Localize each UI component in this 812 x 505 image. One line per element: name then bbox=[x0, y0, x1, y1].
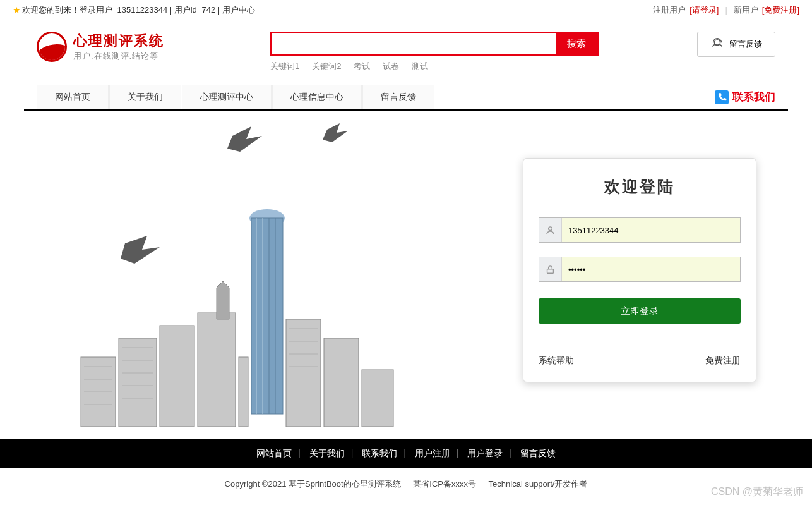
headset-icon bbox=[710, 37, 724, 51]
welcome-text[interactable]: 欢迎您的到来！登录用户=13511223344 | 用户id=742 | 用户中… bbox=[22, 0, 255, 20]
footer-link-login[interactable]: 用户登录 bbox=[467, 448, 503, 458]
footer-link-contact[interactable]: 联系我们 bbox=[362, 448, 397, 458]
keyword-link[interactable]: 试卷 bbox=[383, 61, 399, 72]
svg-marker-16 bbox=[217, 281, 229, 319]
copyright: Copyright ©2021 基于SprintBoot的心里测评系统 某省IC… bbox=[0, 468, 812, 502]
svg-rect-11 bbox=[198, 313, 236, 427]
free-register-link[interactable]: 免费注册 bbox=[705, 355, 741, 367]
nav-info[interactable]: 心理信息中心 bbox=[272, 85, 362, 109]
icp-text: 某省ICP备xxxx号 bbox=[413, 479, 476, 489]
keywords-row: 关键词1 关键词2 考试 试卷 测试 bbox=[270, 61, 599, 72]
keyword-link[interactable]: 关键词1 bbox=[270, 61, 299, 72]
footer-link-home[interactable]: 网站首页 bbox=[256, 448, 292, 458]
username-input[interactable] bbox=[562, 218, 740, 242]
keyword-link[interactable]: 考试 bbox=[354, 61, 370, 72]
phone-icon bbox=[715, 90, 729, 104]
system-help-link[interactable]: 系统帮助 bbox=[539, 355, 574, 367]
keyword-link[interactable]: 关键词2 bbox=[312, 61, 341, 72]
logo-block[interactable]: 心理测评系统 用户.在线测评.结论等 bbox=[37, 32, 270, 62]
new-user-label: 新用户 bbox=[734, 0, 758, 20]
logo-subtitle: 用户.在线测评.结论等 bbox=[73, 51, 164, 62]
svg-rect-10 bbox=[160, 326, 194, 427]
hero-section: 欢迎登陆 立即登录 系统帮助 免费注册 bbox=[24, 111, 788, 439]
keyword-link[interactable]: 测试 bbox=[412, 61, 428, 72]
search-button[interactable]: 搜索 bbox=[556, 33, 597, 54]
topbar: ★ 欢迎您的到来！登录用户=13511223344 | 用户id=742 | 用… bbox=[0, 0, 812, 20]
search-block: 搜索 关键词1 关键词2 考试 试卷 测试 bbox=[270, 32, 599, 72]
search-input[interactable] bbox=[272, 33, 556, 54]
login-link[interactable]: [请登录] bbox=[690, 0, 719, 20]
lock-icon bbox=[539, 257, 562, 281]
username-group bbox=[539, 217, 741, 243]
login-submit-button[interactable]: 立即登录 bbox=[539, 298, 741, 324]
footer-link-about[interactable]: 关于我们 bbox=[309, 448, 345, 458]
tech-support-text: Technical support/开发作者 bbox=[489, 479, 588, 489]
footer-link-feedback[interactable]: 留言反馈 bbox=[520, 448, 556, 458]
register-link[interactable]: [免费注册] bbox=[762, 0, 799, 20]
svg-point-30 bbox=[549, 226, 552, 230]
user-icon bbox=[539, 218, 562, 242]
footer-link-register[interactable]: 用户注册 bbox=[415, 448, 450, 458]
nav-home[interactable]: 网站首页 bbox=[37, 85, 109, 109]
contact-label: 联系我们 bbox=[732, 90, 775, 104]
svg-rect-15 bbox=[362, 370, 393, 427]
login-links: 系统帮助 免费注册 bbox=[539, 355, 741, 367]
password-group bbox=[539, 257, 741, 282]
svg-rect-31 bbox=[547, 269, 554, 272]
logo-icon bbox=[37, 32, 67, 62]
registered-label: 注册用户 bbox=[653, 0, 686, 20]
feedback-label: 留言反馈 bbox=[729, 39, 762, 50]
topbar-divider: | bbox=[725, 0, 727, 20]
svg-rect-13 bbox=[286, 319, 321, 427]
login-title: 欢迎登陆 bbox=[539, 176, 741, 197]
nav-feedback[interactable]: 留言反馈 bbox=[362, 85, 434, 109]
city-illustration bbox=[49, 117, 415, 430]
topbar-left: ★ 欢迎您的到来！登录用户=13511223344 | 用户id=742 | 用… bbox=[13, 0, 255, 20]
logo-title: 心理测评系统 bbox=[73, 32, 164, 51]
svg-rect-14 bbox=[324, 338, 359, 427]
copyright-text: Copyright ©2021 基于SprintBoot的心里测评系统 bbox=[225, 479, 401, 489]
contact-us-link[interactable]: 联系我们 bbox=[715, 90, 775, 104]
header: 心理测评系统 用户.在线测评.结论等 搜索 关键词1 关键词2 考试 试卷 测试… bbox=[24, 20, 788, 72]
svg-rect-9 bbox=[119, 338, 157, 427]
navbar: 网站首页 关于我们 心理测评中心 心理信息中心 留言反馈 联系我们 bbox=[24, 85, 788, 111]
login-card: 欢迎登陆 立即登录 系统帮助 免费注册 bbox=[523, 158, 756, 382]
topbar-right: 注册用户 [请登录] | 新用户 [免费注册] bbox=[653, 0, 799, 20]
password-input[interactable] bbox=[562, 257, 740, 281]
svg-rect-12 bbox=[239, 357, 248, 427]
nav-about[interactable]: 关于我们 bbox=[109, 85, 181, 109]
nav-assessment[interactable]: 心理测评中心 bbox=[182, 85, 272, 109]
footer-nav: 网站首页| 关于我们| 联系我们| 用户注册| 用户登录| 留言反馈 bbox=[0, 439, 812, 468]
star-icon: ★ bbox=[13, 0, 21, 20]
feedback-block: 留言反馈 bbox=[697, 32, 775, 57]
feedback-button[interactable]: 留言反馈 bbox=[697, 32, 775, 57]
